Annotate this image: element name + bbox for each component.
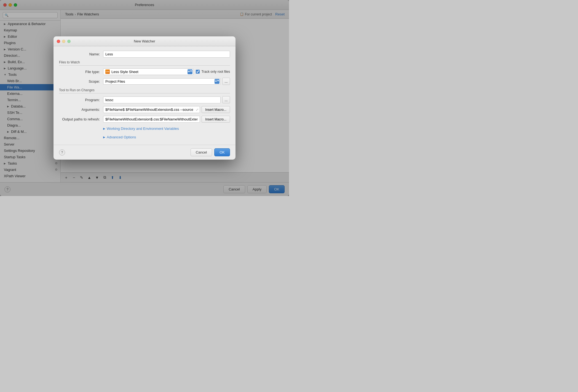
file-type-icon-text: CSS [106, 71, 109, 73]
program-input[interactable] [103, 96, 221, 103]
new-watcher-dialog: New Watcher Name: Files to Watch File ty… [53, 36, 236, 160]
dialog-maximize-button[interactable] [67, 40, 71, 43]
arguments-field-row: Arguments: ⤢ Insert Macro... [59, 106, 230, 113]
arguments-insert-macro-button[interactable]: Insert Macro... [202, 106, 230, 113]
scope-display[interactable]: Project Files [103, 78, 221, 85]
track-only-root-row: Track only root files [196, 70, 230, 74]
dialog-body: Name: Files to Watch File type: CSS [53, 46, 236, 145]
preferences-window: Preferences 🔍 ▶ Appearance & Behavior Ke… [0, 0, 289, 196]
file-type-value: Less Style Sheet [111, 70, 191, 74]
arguments-label: Arguments: [59, 108, 103, 112]
tool-section: Tool to Run on Changes [59, 88, 230, 93]
dialog-window-controls [57, 40, 71, 43]
output-label: Output paths to refresh: [59, 117, 103, 121]
output-field-row: Output paths to refresh: Insert Macro... [59, 116, 230, 123]
scope-select-wrap: Project Files [103, 78, 221, 85]
file-type-select-wrap: CSS Less Style Sheet [103, 68, 194, 75]
arguments-row: ⤢ Insert Macro... [103, 106, 230, 113]
scope-value: Project Files [105, 79, 218, 84]
scope-browse-button[interactable]: ... [222, 78, 230, 85]
dialog-cancel-button[interactable]: Cancel [191, 148, 212, 156]
track-only-root-label: Track only root files [201, 70, 230, 74]
output-input[interactable] [103, 116, 200, 123]
program-row: ... [103, 96, 230, 103]
dialog-minimize-button[interactable] [62, 40, 65, 43]
file-type-icon: CSS [105, 69, 110, 74]
dialog-close-button[interactable] [57, 40, 60, 43]
output-row: Insert Macro... [103, 116, 230, 123]
modal-overlay: New Watcher Name: Files to Watch File ty… [0, 0, 289, 196]
arguments-input-wrap: ⤢ [103, 106, 200, 113]
name-label: Name: [59, 52, 103, 56]
dialog-footer: ? Cancel OK [53, 145, 236, 160]
file-type-field-row: File type: CSS Less Style Sheet Track on… [59, 68, 230, 75]
dialog-ok-button[interactable]: OK [214, 148, 230, 156]
scope-field-row: Scope: Project Files ... [59, 78, 230, 85]
name-field-row: Name: [59, 51, 230, 58]
dialog-title: New Watcher [134, 39, 155, 43]
advanced-options-expand[interactable]: ▶ Advanced Options [103, 134, 230, 140]
working-dir-expand[interactable]: ▶ Working Directory and Environment Vari… [103, 125, 230, 132]
scope-row: Project Files ... [103, 78, 230, 85]
program-label: Program: [59, 98, 103, 102]
output-insert-macro-button[interactable]: Insert Macro... [202, 116, 230, 123]
dialog-title-bar: New Watcher [53, 36, 236, 46]
chevron-right-icon: ▶ [103, 127, 105, 130]
program-browse-button[interactable]: ... [222, 96, 230, 103]
file-type-label: File type: [59, 70, 103, 74]
arguments-expand-icon[interactable]: ⤢ [196, 108, 199, 112]
scope-label: Scope: [59, 79, 103, 84]
arguments-input[interactable] [103, 106, 200, 113]
name-input[interactable] [103, 51, 230, 58]
dialog-help-button[interactable]: ? [59, 149, 65, 155]
files-to-watch-section: Files to Watch [59, 60, 230, 66]
track-only-root-checkbox[interactable] [196, 70, 200, 74]
program-field-row: Program: ... [59, 96, 230, 103]
chevron-right-icon: ▶ [103, 136, 105, 139]
file-type-display[interactable]: CSS Less Style Sheet [103, 68, 194, 75]
